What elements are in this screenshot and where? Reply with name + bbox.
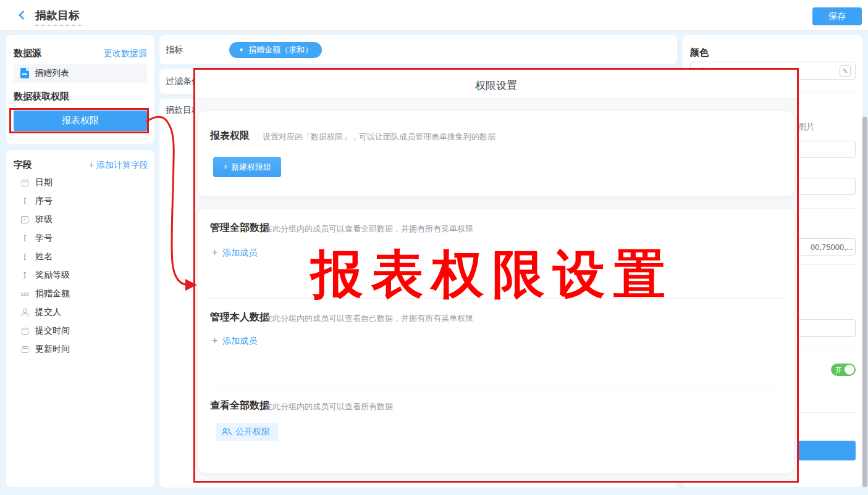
save-button[interactable]: 保存	[812, 7, 862, 25]
text-field-icon: I	[20, 197, 30, 206]
modal-header: 权限设置	[195, 70, 797, 99]
field-item-donation-amount[interactable]: 123捐赠金额	[6, 285, 154, 303]
back-chevron-icon	[19, 10, 28, 20]
change-datasource-link[interactable]: 更改数据源	[104, 48, 147, 59]
field-item-name[interactable]: I姓名	[6, 248, 154, 266]
on-toggle[interactable]: 开	[831, 364, 856, 376]
caret-down-icon: ▼	[238, 47, 244, 53]
text-field-icon: I	[20, 234, 30, 243]
permission-settings-modal: 权限设置 报表权限 设置对应的「数据权限」，可以让团队成员管理表单搜集到的数据 …	[195, 70, 797, 481]
field-item-date[interactable]: 日期	[6, 173, 154, 192]
plus-icon: +	[212, 335, 217, 346]
plus-icon: +	[89, 160, 94, 170]
field-list: 日期 I序号 ✓班级 I学号 I姓名 I奖励等级 123捐赠金额 提交人 提交时…	[6, 173, 154, 359]
modal-title: 权限设置	[195, 78, 797, 93]
title-underline	[35, 25, 82, 26]
topbar: 捐款目标 保存	[0, 0, 868, 31]
group-own-data-desc: 在此分组内的成员可以查看自己数据，并拥有所有菜单权限	[264, 313, 473, 324]
field-item-submit-time[interactable]: 提交时间	[6, 322, 154, 340]
calendar-icon	[20, 180, 30, 186]
datasource-item-label: 捐赠列表	[35, 68, 69, 79]
add-calc-field-link[interactable]: + 添加计算字段	[89, 160, 148, 171]
scrollbar[interactable]	[862, 117, 867, 487]
indicator-label: 指标	[166, 44, 183, 56]
view-all-data-title: 查看全部数据	[210, 399, 269, 412]
add-member-link-1[interactable]: +添加成员	[212, 247, 257, 259]
field-item-serial[interactable]: I序号	[6, 192, 154, 210]
datasource-panel: 数据源 更改数据源 捐赠列表 数据获取权限 报表权限	[6, 35, 154, 144]
datasource-item[interactable]: 捐赠列表	[14, 64, 147, 83]
group-all-data-title: 管理全部数据	[210, 222, 269, 235]
view-all-data-desc: 在此分组内的成员可以查看所有数据	[264, 401, 393, 412]
report-permission-title: 报表权限	[210, 130, 250, 143]
public-permission-button[interactable]: 公开权限	[216, 423, 278, 441]
fields-title: 字段	[14, 159, 32, 171]
modal-body: 报表权限 设置对应的「数据权限」，可以让团队成员管理表单搜集到的数据 +新建权限…	[195, 99, 797, 481]
permission-groups-section: 管理全部数据 在此分组内的成员可以查看全部数据，并拥有所有菜单权限 +添加成员 …	[198, 209, 794, 473]
field-item-submitter[interactable]: 提交人	[6, 303, 154, 322]
field-item-student-no[interactable]: I学号	[6, 229, 154, 248]
image-label: 图片	[798, 122, 815, 133]
edit-pencil-icon[interactable]: ✎	[840, 65, 851, 77]
toggle-on-label: 开	[835, 366, 842, 375]
calendar-icon	[20, 328, 30, 335]
toggle-knob	[845, 365, 854, 375]
back-button[interactable]	[16, 9, 31, 23]
new-permission-group-button[interactable]: +新建权限组	[213, 157, 281, 177]
color-label: 颜色	[690, 47, 709, 59]
data-access-title: 数据获取权限	[14, 91, 69, 102]
target-values-text: 00,75000,...	[811, 243, 853, 252]
add-member-link-2[interactable]: +添加成员	[212, 335, 257, 347]
plus-icon: +	[212, 247, 217, 257]
calendar-icon	[20, 346, 30, 353]
field-item-update-time[interactable]: 更新时间	[6, 340, 154, 359]
plus-icon: +	[223, 162, 228, 172]
text-field-icon: I	[20, 271, 30, 280]
report-permission-desc: 设置对应的「数据权限」，可以让团队成员管理表单搜集到的数据	[263, 131, 495, 143]
group-own-data-title: 管理本人数据	[210, 311, 269, 324]
number-icon: 123	[20, 291, 30, 297]
field-item-class[interactable]: ✓班级	[6, 210, 154, 229]
datasource-title: 数据源	[14, 48, 41, 59]
group-all-data-desc: 在此分组内的成员可以查看全部数据，并拥有所有菜单权限	[264, 223, 473, 235]
field-item-award-level[interactable]: I奖励等级	[6, 266, 154, 285]
text-field-icon: I	[20, 252, 30, 262]
document-icon	[20, 68, 29, 78]
person-icon	[20, 309, 30, 317]
divider	[209, 386, 783, 386]
app-window: 捐款目标 保存 数据源 更改数据源 捐赠列表 数据获取权限 报表权限 字段 + …	[0, 0, 868, 495]
people-icon	[222, 428, 232, 436]
indicator-pill[interactable]: ▼ 捐赠金额（求和）	[229, 42, 322, 58]
report-permission-section: 报表权限 设置对应的「数据权限」，可以让团队成员管理表单搜集到的数据 +新建权限…	[198, 111, 794, 196]
page-title: 捐款目标	[35, 8, 80, 23]
report-permission-button[interactable]: 报表权限	[14, 110, 147, 131]
divider	[209, 298, 783, 299]
indicator-card: 指标 ▼ 捐赠金额（求和）	[159, 35, 677, 64]
fields-panel: 字段 + 添加计算字段 日期 I序号 ✓班级 I学号 I姓名 I奖励等级 123…	[6, 150, 154, 487]
checkbox-icon: ✓	[20, 216, 30, 223]
